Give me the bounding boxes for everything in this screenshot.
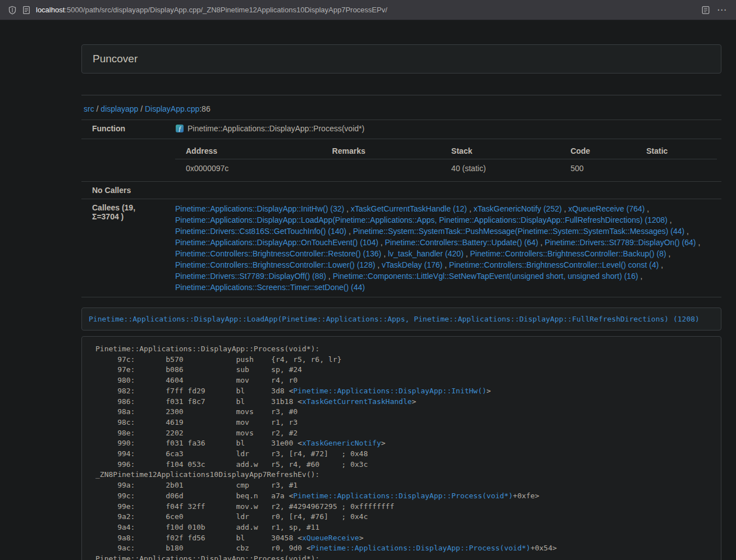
- code-symbol-link[interactable]: Pinetime::Applications::DisplayApp::Proc…: [293, 492, 513, 500]
- shield-icon[interactable]: [8, 6, 17, 15]
- callee-link[interactable]: Pinetime::Drivers::St7789::DisplayOff() …: [175, 272, 326, 281]
- puncover-page: { "browser": { "host": "localhost", "pat…: [0, 0, 736, 560]
- page-title: Puncover: [93, 53, 710, 65]
- code-symbol-link[interactable]: xTaskGetCurrentTaskHandle: [302, 397, 412, 406]
- title-card: Puncover: [81, 44, 721, 74]
- url-host: localhost: [36, 6, 65, 14]
- text: ,: [659, 260, 663, 269]
- callee-link[interactable]: Pinetime::Components::LittleVgl::SetNewT…: [333, 272, 638, 281]
- text: 980: 4604 mov r4, r0: [95, 376, 298, 384]
- callee-link[interactable]: Pinetime::Controllers::Battery::Update()…: [385, 238, 538, 247]
- callee-link[interactable]: Pinetime::System::SystemTask::PushMessag…: [353, 227, 685, 236]
- text: ,: [442, 260, 449, 269]
- code-line: 98e: 2202 movs r2, #2: [95, 428, 714, 439]
- highlighted-symbol-card: Pinetime::Applications::DisplayApp::Load…: [81, 307, 721, 331]
- overflow-menu-icon[interactable]: ⋯: [716, 5, 728, 15]
- text: 99e: f04f 32ff mov.w r2, #4294967295 ; 0…: [95, 502, 394, 511]
- reader-view-icon[interactable]: [701, 6, 710, 15]
- code-block: Pinetime::Applications::DisplayApp::Proc…: [95, 344, 714, 560]
- callee-link[interactable]: vTaskDelay (176): [382, 260, 442, 269]
- code-line: 9ac: b180 cbz r0, 9d0 <Pinetime::Applica…: [95, 543, 714, 554]
- code-line: _ZN8Pinetime12Applications10DisplayApp7R…: [95, 470, 714, 480]
- text: :86: [199, 104, 210, 113]
- col-address: Address: [175, 143, 322, 159]
- code-symbol-link[interactable]: xQueueReceive: [302, 534, 359, 542]
- code-symbol-link[interactable]: Pinetime::Applications::DisplayApp::Init…: [293, 387, 486, 395]
- text: 9a4: f10d 010b add.w r1, sp, #11: [95, 523, 319, 531]
- text: 994: 6ca3 ldr r3, [r4, #72] ; 0x48: [95, 449, 368, 458]
- text: 99a: 2b01 cmp r3, #1: [95, 481, 298, 489]
- breadcrumb-link[interactable]: DisplayApp.cpp: [145, 104, 199, 113]
- summary-row: Address Remarks Stack Code Static 0x0000…: [81, 139, 721, 182]
- col-code: Code: [560, 143, 636, 159]
- callee-link[interactable]: Pinetime::Drivers::St7789::DisplayOn() (…: [545, 238, 696, 247]
- callee-link[interactable]: Pinetime::Controllers::BrightnessControl…: [175, 260, 375, 269]
- symbol-table: Function f Pi: [81, 120, 721, 297]
- static-value: [636, 159, 717, 178]
- text: Pinetime::Applications::DisplayApp::Proc…: [95, 345, 319, 353]
- code-symbol-link[interactable]: Pinetime::Applications::DisplayApp::Proc…: [311, 544, 531, 552]
- callee-link[interactable]: Pinetime::Applications::Screens::Timer::…: [175, 283, 365, 292]
- code-line: 97e: b086 sub sp, #24: [95, 365, 714, 375]
- callee-link[interactable]: lv_task_handler (420): [388, 249, 464, 258]
- page-proxy-icon[interactable]: [22, 6, 30, 15]
- text: >: [487, 387, 491, 395]
- breadcrumb: src / displayapp / DisplayApp.cpp:86: [84, 104, 721, 113]
- text: ,: [381, 249, 388, 258]
- text: 982: f7ff fd29 bl 3d8 <: [95, 387, 293, 395]
- callee-link[interactable]: Pinetime::Applications::DisplayApp::Init…: [175, 204, 344, 213]
- code-line: 990: f031 fa36 bl 31e00 <xTaskGenericNot…: [95, 438, 714, 449]
- code-line: 97c: b570 push {r4, r5, r6, lr}: [95, 355, 714, 365]
- disassembly-card: Pinetime::Applications::DisplayApp::Proc…: [81, 336, 721, 560]
- code-line: 98c: 4619 mov r1, r3: [95, 417, 714, 428]
- code-line: 9a8: f02f fd56 bl 30458 <xQueueReceive>: [95, 533, 714, 544]
- text: >: [359, 534, 364, 542]
- callee-link[interactable]: Pinetime::Controllers::BrightnessControl…: [175, 249, 381, 258]
- text: 99c: d06d beq.n a7a <: [95, 492, 293, 500]
- summary-header-row: Address Remarks Stack Code Static: [175, 143, 717, 159]
- stack-value: 40 (static): [441, 159, 560, 178]
- text: 990: f031 fa36 bl 31e00 <: [95, 439, 302, 447]
- code-line: 9a2: 6ce0 ldr r0, [r4, #76] ; 0x4c: [95, 512, 714, 522]
- col-stack: Stack: [441, 143, 560, 159]
- function-icon: f: [175, 124, 184, 135]
- code-line: 980: 4604 mov r4, r0: [95, 375, 714, 386]
- col-remarks: Remarks: [322, 143, 441, 159]
- callee-link[interactable]: Pinetime::Controllers::BrightnessControl…: [449, 260, 659, 269]
- url-path: :5000/path/src/displayapp/DisplayApp.cpp…: [65, 6, 387, 14]
- callee-link[interactable]: Pinetime::Controllers::BrightnessControl…: [470, 249, 666, 258]
- text: ,: [644, 204, 649, 213]
- text: ,: [375, 260, 382, 269]
- code-line: 99a: 2b01 cmp r3, #1: [95, 480, 714, 491]
- text: +0x54>: [531, 544, 557, 552]
- col-static: Static: [636, 143, 717, 159]
- text: ,: [344, 204, 351, 213]
- address-value: 0x0000097c: [175, 159, 322, 178]
- text: ,: [684, 227, 689, 236]
- text: ,: [467, 204, 474, 213]
- breadcrumb-link[interactable]: displayapp: [100, 104, 138, 113]
- highlighted-symbol-link[interactable]: Pinetime::Applications::DisplayApp::Load…: [89, 315, 700, 323]
- text: ,: [666, 249, 671, 258]
- code-line: 982: f7ff fd29 bl 3d8 <Pinetime::Applica…: [95, 386, 714, 397]
- breadcrumb-link[interactable]: src: [84, 104, 94, 113]
- code-symbol-link[interactable]: xTaskGenericNotify: [302, 439, 381, 447]
- text: _ZN8Pinetime12Applications10DisplayApp7R…: [95, 470, 319, 479]
- text: >: [381, 439, 386, 447]
- text: 98a: 2300 movs r3, #0: [95, 407, 298, 416]
- text: ,: [538, 238, 545, 247]
- code-line: 99e: f04f 32ff mov.w r2, #4294967295 ; 0…: [95, 502, 714, 512]
- text: 97e: b086 sub sp, #24: [95, 365, 302, 374]
- text: >: [412, 397, 417, 406]
- callee-link[interactable]: Pinetime::Drivers::Cst816S::GetTouchInfo…: [175, 227, 346, 236]
- callee-link[interactable]: xTaskGetCurrentTaskHandle (12): [351, 204, 467, 213]
- callee-link[interactable]: xTaskGenericNotify (252): [473, 204, 561, 213]
- no-callers-label: No Callers: [81, 182, 164, 199]
- text: ,: [696, 238, 701, 247]
- callee-link[interactable]: Pinetime::Applications::DisplayApp::OnTo…: [175, 238, 378, 247]
- callee-link[interactable]: Pinetime::Applications::DisplayApp::Load…: [175, 215, 668, 224]
- text: ,: [464, 249, 470, 258]
- code-line: 99c: d06d beq.n a7a <Pinetime::Applicati…: [95, 491, 714, 502]
- url-bar[interactable]: localhost:5000/path/src/displayapp/Displ…: [36, 6, 696, 14]
- callee-link[interactable]: xQueueReceive (764): [568, 204, 644, 213]
